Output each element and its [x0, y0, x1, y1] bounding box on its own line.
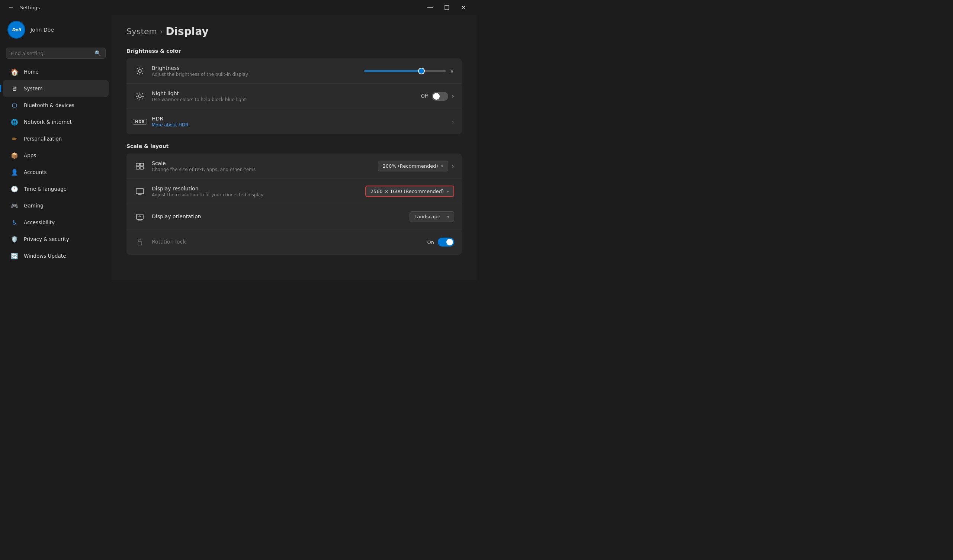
minimize-button[interactable]: —	[423, 2, 438, 13]
sidebar-item-label-personalization: Personalization	[24, 136, 62, 142]
maximize-button[interactable]: ❐	[439, 2, 454, 13]
avatar: Dell	[8, 21, 25, 39]
display-resolution-dropdown[interactable]: 2560 × 1600 (Recommended) ▾	[365, 186, 454, 197]
scale-text: Scale Change the size of text, apps, and…	[152, 160, 372, 172]
accounts-icon: 👤	[11, 168, 19, 176]
sidebar-item-gaming[interactable]: 🎮 Gaming	[3, 197, 109, 214]
hdr-title: HDR	[152, 116, 446, 122]
display-resolution-dropdown-text: 2560 × 1600 (Recommended)	[371, 189, 444, 194]
sidebar-item-privacy[interactable]: 🛡️ Privacy & security	[3, 231, 109, 247]
sidebar-item-label-accessibility: Accessibility	[24, 219, 55, 225]
sidebar-item-accounts[interactable]: 👤 Accounts	[3, 164, 109, 180]
sidebar-item-personalization[interactable]: ✏️ Personalization	[3, 130, 109, 147]
brightness-color-card: Brightness Adjust the brightness of the …	[126, 58, 462, 134]
svg-line-7	[142, 68, 143, 69]
hdr-row[interactable]: HDR HDR More about HDR ›	[126, 109, 462, 134]
sidebar: Dell John Doe 🔍 🏠 Home 🖥 System ⬡	[0, 15, 112, 280]
hdr-control: ›	[452, 118, 454, 125]
sidebar-item-accessibility[interactable]: ♿ Accessibility	[3, 214, 109, 231]
rotation-lock-toggle[interactable]	[438, 237, 454, 247]
svg-point-9	[138, 95, 141, 98]
title-bar: ← Settings — ❐ ✕	[0, 0, 476, 15]
scale-dropdown-text: 200% (Recommended)	[383, 163, 438, 169]
display-orientation-text: Display orientation	[152, 213, 404, 220]
rotation-lock-row[interactable]: Rotation lock On	[126, 230, 462, 255]
sidebar-item-label-accounts: Accounts	[24, 169, 47, 175]
hdr-subtitle-link[interactable]: More about HDR	[152, 123, 446, 127]
time-icon: 🕐	[11, 185, 19, 193]
home-icon: 🏠	[11, 68, 19, 76]
scale-layout-card: Scale Change the size of text, apps, and…	[126, 154, 462, 255]
brightness-slider-thumb[interactable]	[418, 68, 425, 74]
brightness-row[interactable]: Brightness Adjust the brightness of the …	[126, 58, 462, 84]
display-orientation-title: Display orientation	[152, 213, 404, 219]
sidebar-item-label-network: Network & internet	[24, 119, 72, 125]
scale-chevron: ›	[452, 163, 454, 169]
brightness-slider-container[interactable]	[364, 70, 446, 72]
svg-point-0	[138, 70, 141, 73]
content-area: System › Display Brightness & color	[112, 15, 476, 280]
back-button[interactable]: ←	[6, 2, 16, 12]
scale-dropdown[interactable]: 200% (Recommended) ▾	[378, 161, 448, 171]
brightness-slider-fill	[364, 70, 421, 72]
sidebar-item-label-bluetooth: Bluetooth & devices	[24, 102, 75, 108]
sidebar-item-label-privacy: Privacy & security	[24, 236, 69, 242]
night-light-status: Off	[421, 93, 428, 99]
update-icon: 🔄	[11, 252, 19, 260]
rotation-lock-toggle-thumb	[446, 239, 453, 245]
display-resolution-control[interactable]: 2560 × 1600 (Recommended) ▾	[365, 186, 454, 197]
sidebar-item-network[interactable]: 🌐 Network & internet	[3, 114, 109, 130]
scale-icon	[134, 160, 146, 172]
sidebar-item-apps[interactable]: 📦 Apps	[3, 147, 109, 164]
sidebar-item-time[interactable]: 🕐 Time & language	[3, 181, 109, 197]
brightness-section-title: Brightness & color	[126, 48, 462, 54]
brightness-control: ∨	[364, 67, 454, 74]
bluetooth-icon: ⬡	[11, 101, 19, 109]
svg-rect-19	[140, 163, 144, 166]
display-orientation-control[interactable]: Landscape ▾	[410, 211, 454, 222]
search-icon: 🔍	[95, 50, 101, 56]
sidebar-item-label-apps: Apps	[24, 152, 36, 158]
brightness-chevron: ∨	[450, 67, 454, 74]
svg-line-16	[142, 93, 143, 94]
brightness-text: Brightness Adjust the brightness of the …	[152, 65, 358, 77]
sidebar-item-system[interactable]: 🖥 System	[3, 80, 109, 97]
scale-section-title: Scale & layout	[126, 143, 462, 149]
sidebar-item-label-gaming: Gaming	[24, 203, 43, 209]
sidebar-item-bluetooth[interactable]: ⬡ Bluetooth & devices	[3, 97, 109, 113]
night-light-title: Night light	[152, 90, 415, 96]
network-icon: 🌐	[11, 118, 19, 126]
close-button[interactable]: ✕	[456, 2, 470, 13]
svg-rect-25	[137, 214, 143, 219]
svg-line-15	[142, 98, 143, 99]
night-light-control: Off ›	[421, 92, 454, 101]
night-light-chevron: ›	[452, 93, 454, 100]
svg-line-6	[142, 73, 143, 74]
display-orientation-dropdown[interactable]: Landscape ▾	[410, 211, 454, 222]
system-icon: 🖥	[11, 84, 19, 93]
search-input[interactable]	[11, 51, 92, 56]
rotation-lock-status: On	[427, 239, 434, 245]
user-section: Dell John Doe	[0, 15, 112, 46]
breadcrumb-current: Display	[166, 25, 208, 37]
sidebar-item-label-home: Home	[24, 69, 39, 75]
brightness-slider-track[interactable]	[364, 70, 446, 72]
sidebar-item-update[interactable]: 🔄 Windows Update	[3, 248, 109, 264]
sidebar-nav: 🏠 Home 🖥 System ⬡ Bluetooth & devices 🌐 …	[0, 63, 112, 264]
display-resolution-icon	[134, 186, 146, 197]
display-resolution-row[interactable]: Display resolution Adjust the resolution…	[126, 179, 462, 204]
sidebar-item-home[interactable]: 🏠 Home	[3, 64, 109, 80]
rotation-lock-control: On	[427, 237, 454, 247]
scale-control[interactable]: 200% (Recommended) ▾ ›	[378, 161, 455, 171]
hdr-icon: HDR	[134, 116, 146, 127]
svg-line-17	[137, 98, 138, 99]
sidebar-item-label-time: Time & language	[24, 186, 67, 192]
night-light-row[interactable]: Night light Use warmer colors to help bl…	[126, 84, 462, 109]
night-light-toggle[interactable]	[432, 92, 448, 101]
search-box[interactable]: 🔍	[6, 48, 106, 59]
display-orientation-row[interactable]: Display orientation Landscape ▾	[126, 204, 462, 230]
svg-line-5	[137, 68, 138, 69]
display-resolution-subtitle: Adjust the resolution to fit your connec…	[152, 192, 359, 197]
scale-row[interactable]: Scale Change the size of text, apps, and…	[126, 154, 462, 179]
svg-rect-20	[136, 167, 140, 169]
